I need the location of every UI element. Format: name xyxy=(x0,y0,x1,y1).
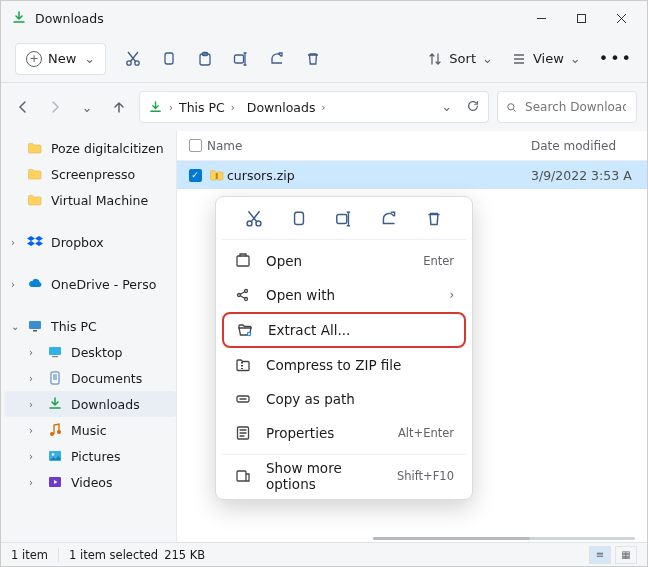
new-button[interactable]: + New ⌄ xyxy=(15,43,106,75)
pictures-icon xyxy=(47,448,63,464)
svg-rect-11 xyxy=(52,356,58,357)
svg-point-16 xyxy=(52,453,55,456)
context-quick-actions xyxy=(222,203,466,240)
music-icon xyxy=(47,422,63,438)
address-bar[interactable]: › This PC› Downloads› ⌄ xyxy=(139,91,489,123)
menu-item-open-with[interactable]: Open with› xyxy=(222,278,466,312)
svg-rect-6 xyxy=(235,55,244,63)
sort-button[interactable]: Sort ⌄ xyxy=(427,51,493,67)
sidebar-item-virtual-machine[interactable]: Virtual Machine xyxy=(5,187,176,213)
sidebar-item-documents[interactable]: ›Documents xyxy=(5,365,176,391)
chevron-icon[interactable]: › xyxy=(29,451,41,462)
sidebar-item-onedrive-perso[interactable]: ›OneDrive - Perso xyxy=(5,271,176,297)
copy-icon[interactable] xyxy=(289,209,309,229)
chevron-icon[interactable]: › xyxy=(11,279,23,290)
menu-item-properties[interactable]: PropertiesAlt+Enter xyxy=(222,416,466,450)
back-button[interactable] xyxy=(11,95,35,119)
copy-icon[interactable] xyxy=(160,50,178,68)
file-row[interactable]: ✓cursors.zip3/9/2022 3:53 A xyxy=(177,161,647,189)
search-icon xyxy=(506,101,517,114)
svg-rect-3 xyxy=(165,53,173,64)
refresh-icon[interactable] xyxy=(466,99,480,116)
delete-icon[interactable] xyxy=(304,50,322,68)
more-button[interactable]: ••• xyxy=(599,49,633,68)
chevron-icon[interactable]: › xyxy=(29,347,41,358)
nav-row: ⌄ › This PC› Downloads› ⌄ xyxy=(1,83,647,131)
sidebar-item-label: Downloads xyxy=(71,397,140,412)
view-button[interactable]: View ⌄ xyxy=(511,51,581,67)
menu-item-show-more-options[interactable]: Show more optionsShift+F10 xyxy=(222,459,466,493)
thumbnails-view-button[interactable]: ▦ xyxy=(615,546,637,564)
details-view-button[interactable]: ≡ xyxy=(589,546,611,564)
menu-accelerator: Shift+F10 xyxy=(397,469,454,483)
minimize-button[interactable] xyxy=(521,3,561,33)
sidebar-item-downloads[interactable]: ›Downloads xyxy=(5,391,176,417)
sidebar-item-label: Documents xyxy=(71,371,142,386)
folder-icon xyxy=(27,192,43,208)
cut-icon[interactable] xyxy=(244,209,264,229)
extract-icon xyxy=(236,321,254,339)
paste-icon[interactable] xyxy=(196,50,214,68)
menu-item-extract-all-[interactable]: Extract All... xyxy=(222,312,466,348)
chevron-down-icon[interactable]: ⌄ xyxy=(442,99,452,116)
pc-icon xyxy=(27,318,43,334)
menu-item-label: Open xyxy=(266,253,409,269)
file-date: 3/9/2022 3:53 A xyxy=(531,168,641,183)
chevron-icon[interactable]: › xyxy=(29,399,41,410)
share-icon[interactable] xyxy=(379,209,399,229)
sidebar-item-desktop[interactable]: ›Desktop xyxy=(5,339,176,365)
select-all-checkbox[interactable] xyxy=(183,139,207,152)
chevron-icon[interactable]: › xyxy=(11,237,23,248)
breadcrumb[interactable]: Downloads› xyxy=(247,100,332,115)
chevron-icon[interactable]: › xyxy=(29,477,41,488)
menu-item-label: Copy as path xyxy=(266,391,454,407)
close-button[interactable] xyxy=(601,3,641,33)
svg-point-14 xyxy=(57,430,61,434)
delete-icon[interactable] xyxy=(424,209,444,229)
up-button[interactable] xyxy=(107,95,131,119)
file-name: cursors.zip xyxy=(227,168,531,183)
sidebar-item-this-pc[interactable]: ⌄This PC xyxy=(5,313,176,339)
titlebar: Downloads xyxy=(1,1,647,35)
rename-icon[interactable] xyxy=(334,209,354,229)
sidebar-item-dropbox[interactable]: ›Dropbox xyxy=(5,229,176,255)
search-box[interactable] xyxy=(497,91,637,123)
cut-icon[interactable] xyxy=(124,50,142,68)
menu-item-copy-as-path[interactable]: Copy as path xyxy=(222,382,466,416)
forward-button[interactable] xyxy=(43,95,67,119)
sidebar-item-screenpresso[interactable]: Screenpresso xyxy=(5,161,176,187)
sidebar-item-poze-digitalcitizen[interactable]: Poze digitalcitizen xyxy=(5,135,176,161)
search-input[interactable] xyxy=(523,99,628,115)
column-name[interactable]: Name xyxy=(207,139,531,153)
sidebar-item-label: Virtual Machine xyxy=(51,193,148,208)
breadcrumb[interactable]: This PC› xyxy=(179,100,241,115)
rename-icon[interactable] xyxy=(232,50,250,68)
submenu-chevron-icon: › xyxy=(449,288,454,302)
sidebar-item-videos[interactable]: ›Videos xyxy=(5,469,176,495)
sidebar-item-music[interactable]: ›Music xyxy=(5,417,176,443)
menu-item-compress-to-zip-file[interactable]: Compress to ZIP file xyxy=(222,348,466,382)
sidebar-item-label: Music xyxy=(71,423,107,438)
svg-rect-10 xyxy=(49,347,61,355)
sidebar-item-pictures[interactable]: ›Pictures xyxy=(5,443,176,469)
sidebar-item-label: Screenpresso xyxy=(51,167,135,182)
svg-rect-0 xyxy=(577,14,585,22)
horizontal-scrollbar[interactable] xyxy=(373,537,635,540)
recent-button[interactable]: ⌄ xyxy=(75,95,99,119)
svg-rect-23 xyxy=(237,256,249,266)
chevron-icon[interactable]: › xyxy=(29,373,41,384)
row-checkbox[interactable]: ✓ xyxy=(189,169,202,182)
share-icon[interactable] xyxy=(268,50,286,68)
menu-item-open[interactable]: OpenEnter xyxy=(222,244,466,278)
maximize-button[interactable] xyxy=(561,3,601,33)
column-headers: Name Date modified xyxy=(177,131,647,161)
new-label: New xyxy=(48,51,76,66)
sidebar-item-label: This PC xyxy=(51,319,97,334)
chevron-icon[interactable]: ⌄ xyxy=(11,321,23,332)
menu-item-label: Show more options xyxy=(266,460,383,492)
status-bar: 1 item 1 item selected 215 KB ≡ ▦ xyxy=(1,542,647,566)
folder-icon xyxy=(27,166,43,182)
zip-icon xyxy=(234,356,252,374)
column-date[interactable]: Date modified xyxy=(531,139,641,153)
chevron-icon[interactable]: › xyxy=(29,425,41,436)
